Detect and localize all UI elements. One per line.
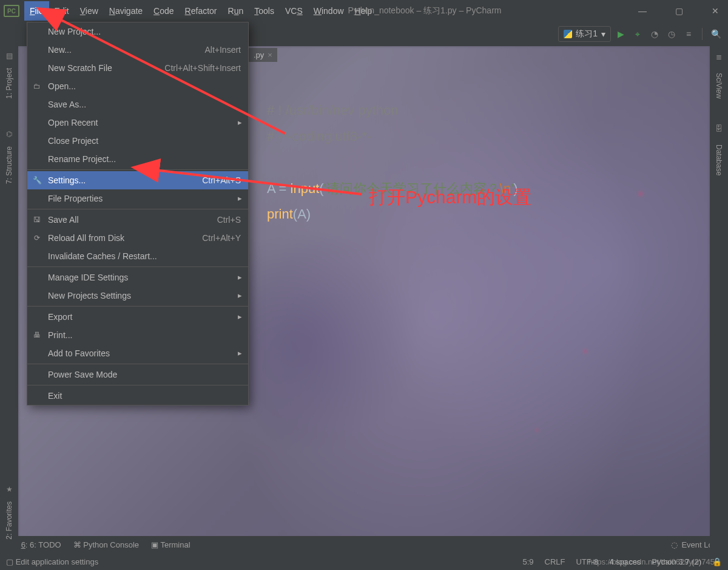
editor-tab-bar: .py ×: [249, 46, 277, 63]
menu-view[interactable]: View: [75, 1, 104, 21]
menu-item-settings[interactable]: 🔧Settings...Ctrl+Alt+S: [27, 171, 248, 189]
menu-separator: [27, 364, 248, 364]
menu-item-rename-project[interactable]: Rename Project...: [27, 150, 248, 168]
reload-icon: ⟳: [32, 233, 42, 243]
menu-item-shortcut: Ctrl+Alt+Shift+Insert: [164, 63, 241, 73]
menu-item-shortcut: Ctrl+Alt+Y: [202, 233, 241, 243]
menu-item-label: Open...: [48, 81, 76, 91]
menu-edit[interactable]: Edit: [49, 1, 75, 21]
menu-item-label: Manage IDE Settings: [48, 273, 128, 282]
menu-window[interactable]: Window: [308, 1, 349, 21]
star-icon: ★: [4, 484, 14, 494]
file-menu-dropdown: New Project...New...Alt+InsertNew Scratc…: [27, 22, 249, 405]
menu-item-shortcut: Alt+Insert: [204, 45, 241, 55]
menu-separator: [27, 169, 248, 170]
tool-structure[interactable]: 7: Structure: [5, 144, 13, 186]
menu-item-label: Settings...: [48, 175, 86, 185]
menu-bar: File Edit View Navigate Code Refactor Ru…: [24, 1, 377, 21]
maximize-button[interactable]: ▢: [670, 6, 688, 16]
tool-terminal[interactable]: ▣ Terminal: [151, 540, 190, 549]
menu-item-label: Rename Project...: [48, 154, 116, 164]
status-caret-pos[interactable]: 5:9: [522, 557, 533, 566]
code-line-1: # ! /usr/bin/nev python: [267, 103, 398, 118]
menu-code[interactable]: Code: [148, 1, 179, 21]
menu-item-power-save-mode[interactable]: Power Save Mode: [27, 365, 248, 384]
code-func: input: [291, 181, 320, 196]
menu-separator: [27, 306, 248, 307]
profile-button[interactable]: ◷: [664, 27, 679, 41]
watermark: https://blog.csdn.net/cai0629yun745: [588, 557, 715, 566]
code-editor[interactable]: # ! /usr/bin/nev python # -*-coding:utf8…: [267, 72, 518, 254]
menu-item-open-recent[interactable]: Open Recent: [27, 114, 248, 132]
menu-item-file-properties[interactable]: File Properties: [27, 189, 248, 208]
menu-item-label: Reload All from Disk: [48, 233, 124, 243]
window-title: Python_notebook – 练习1.py – PyCharm: [348, 5, 502, 16]
menu-separator: [27, 266, 248, 267]
tool-database[interactable]: Database: [715, 142, 723, 178]
menu-item-invalidate-caches-restart[interactable]: Invalidate Caches / Restart...: [27, 247, 248, 265]
menu-navigate[interactable]: Navigate: [104, 1, 148, 21]
stop-button[interactable]: ≡: [681, 27, 696, 41]
menu-item-save-as[interactable]: Save As...: [27, 95, 248, 114]
menu-item-add-to-favorites[interactable]: Add to Favorites: [27, 344, 248, 362]
run-button[interactable]: ▶: [613, 27, 628, 41]
tab-label: .py: [254, 50, 264, 59]
menu-separator: [27, 385, 248, 385]
tool-project[interactable]: 1: Project: [5, 66, 13, 101]
chevron-down-icon: ▾: [601, 29, 605, 39]
debug-button[interactable]: ⌖: [630, 27, 645, 41]
menu-item-close-project[interactable]: Close Project: [27, 132, 248, 150]
left-tool-stripe: ▤ 1: Project ⌬ 7: Structure ★ 2: Favorit…: [0, 49, 18, 551]
project-icon: ▤: [4, 51, 14, 61]
tool-sciview[interactable]: SciView: [715, 70, 723, 101]
menu-item-label: Invalidate Caches / Restart...: [48, 251, 157, 261]
print-icon: 🖶: [32, 330, 42, 340]
menu-item-label: File Properties: [48, 194, 103, 203]
menu-item-reload-all-from-disk[interactable]: ⟳Reload All from DiskCtrl+Alt+Y: [27, 229, 248, 247]
menu-item-save-all[interactable]: 🖫Save AllCtrl+S: [27, 211, 248, 229]
menu-tools[interactable]: Tools: [249, 1, 280, 21]
run-config-selector[interactable]: 练习1 ▾: [558, 26, 611, 42]
menu-item-new-project[interactable]: New Project...: [27, 22, 248, 41]
menu-item-print[interactable]: 🖶Print...: [27, 326, 248, 344]
tool-todo[interactable]: ≔ 6: 6: TODO: [11, 540, 61, 549]
menu-item-export[interactable]: Export: [27, 308, 248, 326]
annotation-text: 打开Pycharm的设置: [369, 185, 531, 210]
menu-item-open[interactable]: 🗀Open...: [27, 77, 248, 95]
menu-item-shortcut: Ctrl+Alt+S: [202, 175, 241, 185]
menu-vcs[interactable]: VCS: [280, 1, 308, 21]
search-everywhere-button[interactable]: 🔍: [709, 27, 723, 41]
menu-file[interactable]: File: [24, 1, 49, 21]
folder-icon: 🗀: [32, 81, 42, 91]
minimize-button[interactable]: —: [633, 6, 652, 16]
tool-favorites[interactable]: 2: Favorites: [5, 499, 13, 542]
save-icon: 🖫: [32, 215, 42, 225]
menu-item-label: Close Project: [48, 136, 98, 146]
menu-item-new[interactable]: New...Alt+Insert: [27, 41, 248, 59]
code-ident: A: [267, 181, 275, 196]
status-icon: ▢: [6, 557, 13, 566]
run-coverage-button[interactable]: ◔: [647, 27, 662, 41]
python-icon: [564, 30, 572, 38]
menu-item-new-scratch-file[interactable]: New Scratch FileCtrl+Alt+Shift+Insert: [27, 59, 248, 77]
status-eol[interactable]: CRLF: [545, 557, 565, 566]
close-button[interactable]: ✕: [706, 6, 724, 16]
menu-item-label: Open Recent: [48, 118, 98, 127]
menu-item-manage-ide-settings[interactable]: Manage IDE Settings: [27, 268, 248, 287]
right-tool-stripe: ≣ SciView 🗄 Database: [710, 49, 728, 551]
menu-item-exit[interactable]: Exit: [27, 387, 248, 405]
menu-item-new-projects-settings[interactable]: New Projects Settings: [27, 287, 248, 305]
menu-refactor[interactable]: Refactor: [180, 1, 223, 21]
title-bar: PC File Edit View Navigate Code Refactor…: [0, 0, 728, 22]
tab-close-icon[interactable]: ×: [268, 50, 272, 59]
tool-python-console[interactable]: ⌘ Python Console: [73, 540, 139, 549]
editor-tab[interactable]: .py ×: [249, 48, 277, 62]
menu-item-label: Power Save Mode: [48, 370, 117, 379]
menu-run[interactable]: Run: [223, 1, 249, 21]
menu-item-label: Export: [48, 312, 72, 322]
separator: [702, 28, 703, 40]
database-icon: 🗄: [714, 124, 724, 134]
wrench-icon: 🔧: [32, 175, 42, 185]
sciview-icon: ≣: [714, 52, 724, 62]
menu-item-label: Save As...: [48, 100, 86, 109]
